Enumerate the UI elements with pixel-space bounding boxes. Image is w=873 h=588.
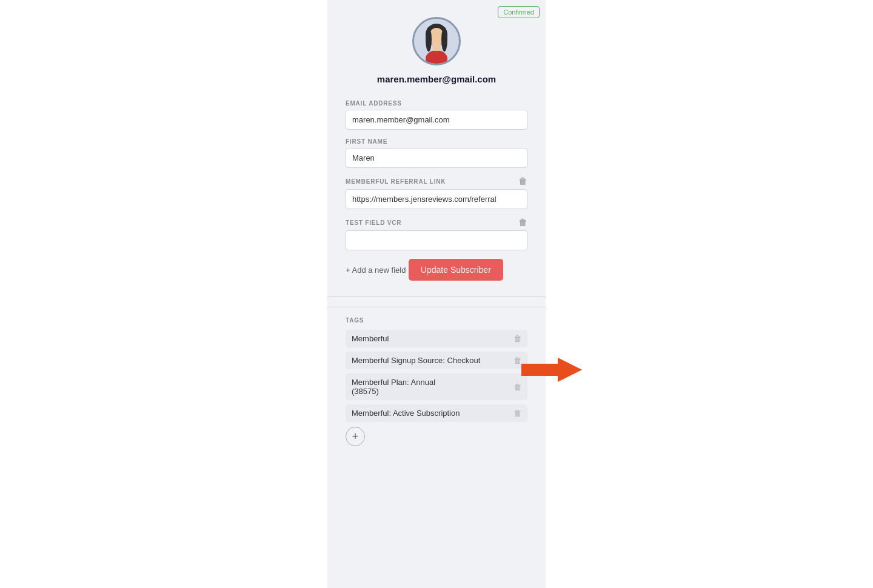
tags-label: TAGS bbox=[346, 317, 527, 324]
tag-plan-row: Memberful Plan: Annual(38575) 🗑 bbox=[352, 378, 521, 396]
referral-input[interactable] bbox=[346, 189, 527, 209]
update-subscriber-button[interactable]: Update Subscriber bbox=[409, 259, 503, 281]
confirmed-badge: Confirmed bbox=[498, 6, 540, 18]
user-email: maren.member@gmail.com bbox=[377, 74, 496, 84]
avatar bbox=[412, 17, 461, 65]
tag-active-sub-delete-icon[interactable]: 🗑 bbox=[513, 409, 521, 418]
tags-section: TAGS Memberful 🗑 Memberful Signup Source… bbox=[327, 307, 546, 458]
tag-active-sub-text: Memberful: Active Subscription bbox=[352, 409, 460, 418]
tag-active-sub-row: Memberful: Active Subscription 🗑 bbox=[352, 409, 521, 418]
section-divider bbox=[327, 296, 546, 297]
email-label: EMAIL ADDRESS bbox=[346, 100, 527, 107]
email-field-group: EMAIL ADDRESS bbox=[346, 100, 527, 130]
tag-signup-source-row: Memberful Signup Source: Checkout 🗑 bbox=[352, 356, 521, 365]
first-name-label: FIRST NAME bbox=[346, 138, 527, 145]
svg-marker-6 bbox=[521, 358, 582, 382]
form-section: EMAIL ADDRESS FIRST NAME MEMBERFUL REFER… bbox=[327, 94, 546, 296]
test-field-label: TEST FIELD VCR 🗑 bbox=[346, 218, 527, 227]
first-name-field-group: FIRST NAME bbox=[346, 138, 527, 168]
test-field-input[interactable] bbox=[346, 230, 527, 250]
svg-point-2 bbox=[426, 27, 432, 52]
page-wrapper: Confirmed maren.member@gmail.c bbox=[0, 0, 873, 588]
referral-field-group: MEMBERFUL REFERRAL LINK 🗑 bbox=[346, 176, 527, 209]
tag-active-sub: Memberful: Active Subscription 🗑 bbox=[346, 404, 527, 422]
referral-delete-icon[interactable]: 🗑 bbox=[518, 176, 527, 186]
tag-plan-delete-icon[interactable]: 🗑 bbox=[513, 383, 521, 392]
first-name-input[interactable] bbox=[346, 148, 527, 168]
test-field-delete-icon[interactable]: 🗑 bbox=[518, 218, 527, 227]
tag-memberful-text: Memberful bbox=[352, 334, 389, 343]
svg-rect-5 bbox=[433, 45, 440, 51]
svg-point-4 bbox=[426, 50, 447, 64]
tag-plan: Memberful Plan: Annual(38575) 🗑 bbox=[346, 373, 527, 400]
email-input[interactable] bbox=[346, 110, 527, 130]
tag-signup-source: Memberful Signup Source: Checkout 🗑 bbox=[346, 352, 527, 369]
referral-label: MEMBERFUL REFERRAL LINK 🗑 bbox=[346, 176, 527, 186]
arrow-indicator bbox=[521, 358, 582, 382]
test-field-group: TEST FIELD VCR 🗑 bbox=[346, 218, 527, 250]
tag-signup-source-text: Memberful Signup Source: Checkout bbox=[352, 356, 480, 365]
tag-plan-text: Memberful Plan: Annual(38575) bbox=[352, 378, 435, 396]
add-field-link[interactable]: + Add a new field bbox=[346, 266, 406, 275]
tag-memberful-delete-icon[interactable]: 🗑 bbox=[513, 334, 521, 343]
subscriber-panel: Confirmed maren.member@gmail.c bbox=[327, 0, 546, 588]
tag-memberful-wrapper: Memberful 🗑 bbox=[346, 330, 527, 347]
tag-signup-source-delete-icon[interactable]: 🗑 bbox=[513, 356, 521, 365]
add-tag-button[interactable]: + bbox=[346, 427, 365, 446]
tag-memberful: Memberful 🗑 bbox=[346, 330, 527, 347]
svg-point-3 bbox=[441, 27, 447, 52]
